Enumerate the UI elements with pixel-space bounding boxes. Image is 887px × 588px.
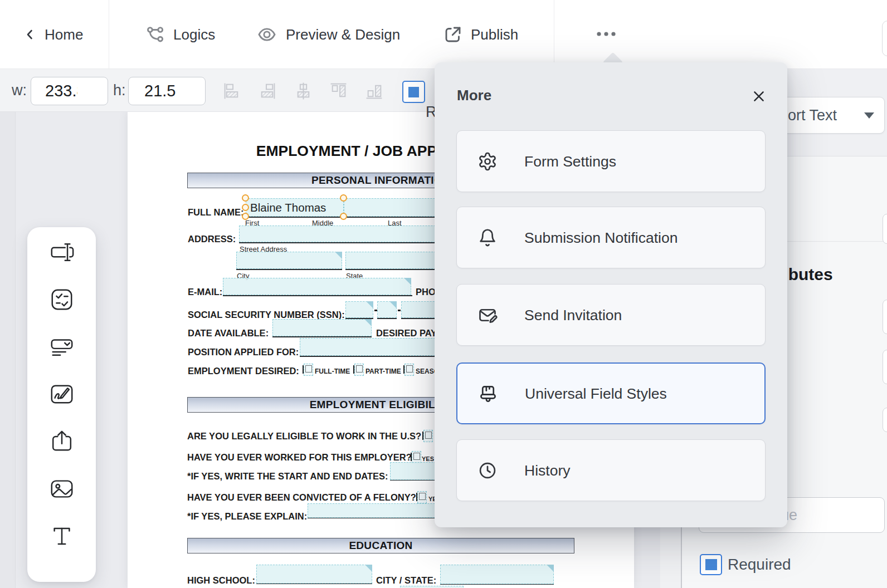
align-right-button[interactable] bbox=[258, 81, 277, 100]
nav-logics-button[interactable]: Logics bbox=[145, 0, 215, 69]
upload-field-tool-button[interactable] bbox=[49, 429, 75, 454]
menu-item-universal-field-styles[interactable]: Universal Field Styles bbox=[456, 362, 766, 424]
navbar-cutoff-button[interactable] bbox=[882, 21, 887, 56]
option-label-worked-yes: YES bbox=[422, 455, 434, 462]
panel-edge-input-2[interactable] bbox=[883, 300, 887, 334]
checkbox-field-overlay[interactable] bbox=[304, 364, 313, 376]
toolbar-required-checkbox[interactable] bbox=[402, 81, 425, 103]
field-corner-triangle-icon bbox=[389, 301, 397, 308]
menu-item-label: Send Invitation bbox=[524, 306, 622, 324]
resize-handle-top-right[interactable] bbox=[340, 194, 347, 202]
nav-home-label: Home bbox=[45, 26, 83, 43]
align-bottom-button[interactable] bbox=[365, 81, 384, 100]
nav-publish-button[interactable]: Publish bbox=[443, 0, 518, 69]
section-bar-label: PERSONAL INFORMATION bbox=[311, 174, 450, 187]
printed-line-ssn-2 bbox=[377, 318, 397, 319]
clock-icon bbox=[477, 460, 498, 481]
section-bar-label: EDUCATION bbox=[349, 540, 412, 552]
align-bottom-icon bbox=[365, 82, 383, 100]
nav-preview-design-label: Preview & Design bbox=[286, 26, 400, 43]
align-center-horizontal-icon bbox=[294, 82, 313, 100]
image-field-tool-button[interactable] bbox=[49, 476, 75, 502]
pdf-checkbox-seasonal[interactable] bbox=[403, 364, 414, 375]
menu-item-history[interactable]: History bbox=[456, 439, 766, 501]
label-q-felony: HAVE YOU EVER BEEN CONVICTED OF A FELONY… bbox=[187, 492, 416, 503]
mail-pencil-icon bbox=[477, 305, 498, 325]
ssn-dash-2 bbox=[398, 310, 401, 311]
pdf-checkbox-eligible-yes[interactable] bbox=[422, 430, 433, 442]
label-full-name: FULL NAME: bbox=[188, 207, 244, 218]
pdf-checkbox-part-time[interactable] bbox=[353, 364, 364, 375]
field-overlay-ssn-2[interactable] bbox=[377, 301, 397, 318]
checkbox-field-overlay[interactable] bbox=[417, 491, 427, 503]
preview-eye-icon bbox=[256, 23, 278, 46]
field-overlay-full-name[interactable]: Blaine Thomas bbox=[246, 198, 344, 217]
field-overlay-date-available[interactable] bbox=[272, 319, 372, 336]
printed-line-city bbox=[236, 269, 342, 270]
checkbox-field-overlay[interactable] bbox=[404, 364, 414, 376]
menu-item-send-invitation[interactable]: Send Invitation bbox=[456, 284, 766, 346]
label-email: E-MAIL: bbox=[188, 287, 222, 297]
menu-item-form-settings[interactable]: Form Settings bbox=[456, 130, 766, 192]
section-bar-education: EDUCATION bbox=[187, 538, 574, 553]
pdf-checkbox-felony-yes[interactable] bbox=[416, 492, 427, 503]
pdf-checkbox-worked-yes[interactable] bbox=[410, 452, 421, 463]
field-overlay-email[interactable] bbox=[223, 278, 411, 295]
menu-item-icon bbox=[477, 151, 498, 171]
label-employment-desired: EMPLOYMENT DESIRED: bbox=[188, 366, 299, 376]
option-label-full-time: FULL-TIME bbox=[315, 367, 350, 375]
popover-close-button[interactable] bbox=[747, 85, 771, 108]
nav-preview-design-button[interactable]: Preview & Design bbox=[256, 0, 400, 69]
menu-item-label: Form Settings bbox=[524, 153, 616, 170]
menu-item-icon bbox=[477, 228, 498, 248]
upload-field-icon bbox=[49, 429, 75, 454]
dropdown-field-tool-button[interactable] bbox=[49, 334, 75, 360]
section-bar-label: EMPLOYMENT ELIGIBILITY bbox=[310, 399, 452, 411]
resize-handle-top-left[interactable] bbox=[242, 194, 249, 202]
checkbox-field-overlay[interactable] bbox=[412, 451, 421, 463]
top-navbar: Home Logics Preview & Design Publish bbox=[0, 0, 887, 69]
menu-item-label: History bbox=[524, 462, 570, 479]
panel-edge-input-1[interactable] bbox=[883, 214, 887, 244]
field-corner-triangle-icon bbox=[547, 565, 554, 572]
checkbox-field-overlay[interactable] bbox=[354, 364, 364, 376]
more-popover: More Form Settings Submission Notificati… bbox=[435, 62, 787, 527]
resize-handle-mid-left[interactable] bbox=[242, 204, 249, 211]
width-input[interactable] bbox=[31, 77, 108, 105]
align-center-horizontal-button[interactable] bbox=[294, 81, 313, 100]
menu-item-submission-notification[interactable]: Submission Notification bbox=[456, 207, 766, 268]
signature-field-tool-button[interactable] bbox=[49, 381, 75, 407]
text-element-icon bbox=[49, 523, 75, 549]
text-element-tool-button[interactable] bbox=[49, 523, 75, 549]
resize-handle-bottom-left[interactable] bbox=[242, 213, 249, 220]
field-overlay-ssn-1[interactable] bbox=[345, 301, 373, 318]
label-q-dates: *IF YES, WRITE THE START AND END DATES: bbox=[187, 471, 388, 482]
required-checkbox[interactable] bbox=[700, 554, 722, 575]
label-q-eligible: ARE YOU LEGALLY ELIGIBLE TO WORK IN THE … bbox=[187, 431, 421, 442]
checkbox-field-tool-button[interactable] bbox=[49, 287, 75, 312]
nav-logics-label: Logics bbox=[173, 26, 215, 43]
align-top-button[interactable] bbox=[329, 81, 348, 100]
menu-item-icon bbox=[477, 305, 498, 325]
field-overlay-city[interactable] bbox=[236, 252, 342, 269]
panel-edge-input-3[interactable] bbox=[883, 350, 887, 384]
pdf-checkbox-full-time[interactable] bbox=[302, 364, 313, 375]
label-high-school: HIGH SCHOOL: bbox=[187, 575, 255, 586]
align-left-button[interactable] bbox=[223, 81, 242, 100]
more-menu-button[interactable] bbox=[593, 23, 620, 45]
toolbar-required-checkbox-fill bbox=[408, 87, 419, 97]
required-label: Required bbox=[728, 556, 791, 574]
checkbox-field-overlay[interactable] bbox=[423, 430, 433, 442]
field-overlay-city-state[interactable] bbox=[440, 565, 554, 584]
field-overlay-high-school[interactable] bbox=[256, 565, 372, 584]
text-field-tool-button[interactable] bbox=[49, 239, 75, 265]
bell-icon bbox=[477, 228, 498, 248]
height-input[interactable] bbox=[128, 77, 206, 105]
nav-divider-1 bbox=[109, 0, 109, 69]
field-overlay-next-row[interactable] bbox=[400, 586, 464, 588]
nav-home-button[interactable]: Home bbox=[23, 0, 83, 69]
full-name-value: Blaine Thomas bbox=[250, 201, 326, 214]
panel-edge-input-4[interactable] bbox=[883, 408, 887, 432]
field-corner-triangle-icon bbox=[404, 278, 411, 285]
resize-handle-bottom-right[interactable] bbox=[340, 213, 347, 220]
